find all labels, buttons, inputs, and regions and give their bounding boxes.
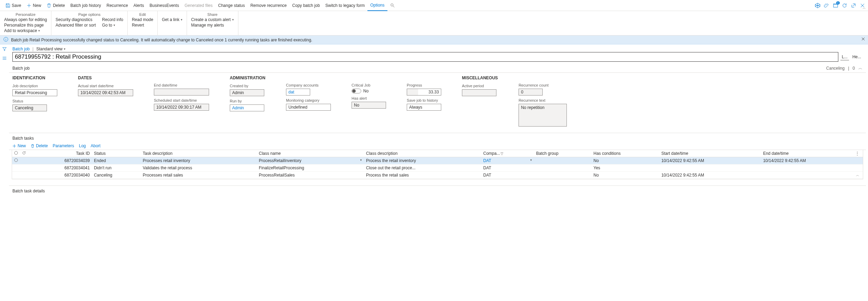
title-action-1[interactable]: L... <box>840 54 849 60</box>
chevron-down-icon[interactable]: ▾ <box>360 158 362 162</box>
critical-job-toggle[interactable] <box>352 89 361 93</box>
filter-link[interactable]: Advanced filter or sort <box>56 23 96 28</box>
progress-bar: 33.33 <box>407 89 441 96</box>
run-by-input[interactable]: Admin <box>230 104 264 111</box>
svg-point-4 <box>14 159 18 162</box>
recurrence-count-input: 0 <box>519 89 543 96</box>
personalize-page-link[interactable]: Personalize this page <box>4 23 47 28</box>
remove-recurrence-button[interactable]: Remove recurrence <box>248 0 289 11</box>
group-identification: IDENTIFICATION <box>12 76 57 80</box>
tasks-abort-button[interactable]: Abort <box>91 143 101 148</box>
record-info-link[interactable]: Record info <box>102 17 123 22</box>
critical-job-value: No <box>363 89 368 93</box>
security-link[interactable]: Security diagnostics <box>56 17 96 22</box>
col-class-name[interactable]: Class name <box>257 150 364 157</box>
switch-form-button[interactable]: Switch to legacy form <box>323 0 367 11</box>
col-class-desc[interactable]: Class description <box>364 150 481 157</box>
get-link[interactable]: Get a link▾ <box>162 17 183 22</box>
info-icon <box>3 37 8 43</box>
globe-icon[interactable] <box>815 3 820 8</box>
chevron-down-icon[interactable]: ▾ <box>530 158 532 162</box>
sched-start-input: 10/14/2022 09:30:17 AM <box>154 104 209 111</box>
col-select[interactable] <box>12 150 20 157</box>
group-misc: MISCELLANEOUS <box>462 76 498 80</box>
job-desc-input[interactable]: Retail Processing <box>12 89 57 96</box>
read-mode-link[interactable]: Read mode <box>132 17 153 22</box>
table-more-icon[interactable]: ⋮ <box>854 151 861 156</box>
has-alert-label: Has alert <box>352 96 386 100</box>
col-batch-group[interactable]: Batch group <box>534 150 591 157</box>
go-to-link[interactable]: Go to▾ <box>102 23 123 28</box>
message-close-icon[interactable] <box>861 37 865 42</box>
title-action-2[interactable]: He... <box>851 54 862 60</box>
filter-icon[interactable] <box>2 47 7 52</box>
table-row[interactable]: 68720034040 Canceling Processes retail s… <box>12 172 863 179</box>
ribbon-edit-title: Edit <box>132 12 153 17</box>
history-button[interactable]: Batch job history <box>68 0 104 11</box>
tasks-delete-button[interactable]: Delete <box>31 143 48 148</box>
change-status-button[interactable]: Change status <box>215 0 247 11</box>
delete-label: Delete <box>53 3 65 8</box>
col-end[interactable]: End date/time⋮ <box>761 150 863 157</box>
tasks-log-button[interactable]: Log <box>79 143 86 148</box>
chevron-down-icon: ▾ <box>181 18 183 21</box>
options-tab[interactable]: Options <box>367 0 387 11</box>
record-title-input[interactable] <box>12 52 838 62</box>
custom-alert-link[interactable]: Create a custom alert▾ <box>191 17 234 22</box>
refresh-icon[interactable] <box>842 3 847 8</box>
related-icon[interactable] <box>2 56 7 62</box>
recurrence-button[interactable]: Recurrence <box>104 0 131 11</box>
save-icon <box>6 3 10 8</box>
filter-icon: ▽ <box>501 152 503 155</box>
chevron-down-icon: ▾ <box>114 23 115 27</box>
col-task-id[interactable]: Task ID <box>28 150 92 157</box>
notification-icon[interactable]: 0 <box>833 3 838 8</box>
col-start[interactable]: Start date/time <box>659 150 761 157</box>
popout-icon[interactable] <box>851 3 856 8</box>
copy-button[interactable]: Copy batch job <box>289 0 323 11</box>
always-open-link[interactable]: Always open for editing <box>4 17 47 22</box>
collapse-ribbon-icon[interactable]: ︿ <box>862 6 866 10</box>
actual-start-label: Actual start date/time <box>78 84 133 88</box>
col-company[interactable]: Compa...▽ <box>481 150 534 157</box>
scroll-up-icon[interactable]: ︿ <box>856 173 861 178</box>
section-collapse-icon[interactable]: ︿ <box>858 65 862 71</box>
col-has-cond[interactable]: Has conditions <box>591 150 659 157</box>
progress-label: Progress <box>407 83 441 87</box>
col-refresh[interactable] <box>20 150 28 157</box>
ribbon-personalize-title: Personalize <box>4 12 47 17</box>
col-desc[interactable]: Task description <box>141 150 257 157</box>
section-batch-job-title: Batch job <box>12 66 30 71</box>
table-row[interactable]: 68720034039 Ended Processes retail inven… <box>12 157 863 164</box>
tasks-new-button[interactable]: New <box>12 143 26 148</box>
table-row[interactable]: 68720034041 Didn't run Validates the ret… <box>12 164 863 172</box>
section-batch-tasks-title: Batch tasks <box>9 133 866 142</box>
breadcrumb-root[interactable]: Batch job <box>12 47 30 51</box>
col-status[interactable]: Status <box>92 150 141 157</box>
tasks-parameters-button[interactable]: Parameters <box>53 143 74 148</box>
revert-link[interactable]: Revert <box>132 23 153 28</box>
job-desc-label: Job description <box>12 84 57 88</box>
message-text: Batch job Retail Processing successfully… <box>11 38 312 42</box>
my-alerts-link[interactable]: Manage my alerts <box>191 23 234 28</box>
chevron-down-icon: ▾ <box>232 18 234 21</box>
add-workspace-link[interactable]: Add to workspace▾ <box>4 28 47 33</box>
end-date-input <box>154 89 209 96</box>
attachments-icon[interactable] <box>824 3 829 8</box>
plus-icon <box>27 3 31 8</box>
company-accounts-input[interactable]: dat <box>286 89 310 96</box>
tasks-table: Task ID Status Task description Class na… <box>12 150 863 179</box>
business-events-button[interactable]: BusinessEvents <box>147 0 182 11</box>
delete-button[interactable]: Delete <box>44 0 68 11</box>
save-history-input[interactable]: Always <box>407 104 441 111</box>
trash-icon <box>47 3 51 8</box>
chevron-down-icon: ▾ <box>64 47 66 51</box>
view-selector[interactable]: Standard view▾ <box>36 47 66 51</box>
svg-point-3 <box>14 151 18 154</box>
save-button[interactable]: Save <box>3 0 24 11</box>
monitoring-label: Monitoring category <box>286 98 331 102</box>
search-button[interactable] <box>387 0 398 11</box>
alerts-button[interactable]: Alerts <box>131 0 147 11</box>
monitoring-input[interactable]: Undefined <box>286 104 331 111</box>
new-button[interactable]: New <box>24 0 44 11</box>
